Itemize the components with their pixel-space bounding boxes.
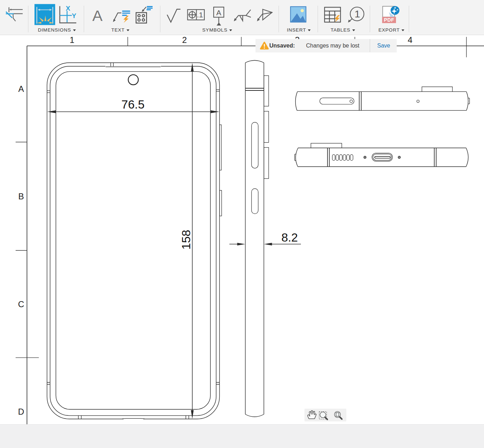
svg-text:X: X bbox=[66, 5, 70, 12]
svg-text:2: 2 bbox=[182, 35, 187, 45]
svg-text:1: 1 bbox=[70, 35, 74, 45]
svg-text:PDF: PDF bbox=[384, 17, 395, 23]
svg-text:B: B bbox=[18, 192, 24, 201]
svg-text:1: 1 bbox=[354, 9, 360, 20]
svg-text:Y: Y bbox=[72, 12, 76, 20]
svg-text:158: 158 bbox=[180, 230, 193, 250]
svg-text:C: C bbox=[18, 299, 24, 309]
svg-text:A: A bbox=[18, 84, 24, 94]
svg-text:76.5: 76.5 bbox=[121, 98, 144, 111]
svg-text:A: A bbox=[92, 7, 103, 24]
svg-text:D: D bbox=[18, 407, 24, 416]
svg-text:4: 4 bbox=[408, 35, 412, 45]
svg-text:.1: .1 bbox=[197, 11, 203, 19]
svg-text:A: A bbox=[216, 9, 221, 17]
svg-text:8.2: 8.2 bbox=[281, 231, 298, 244]
